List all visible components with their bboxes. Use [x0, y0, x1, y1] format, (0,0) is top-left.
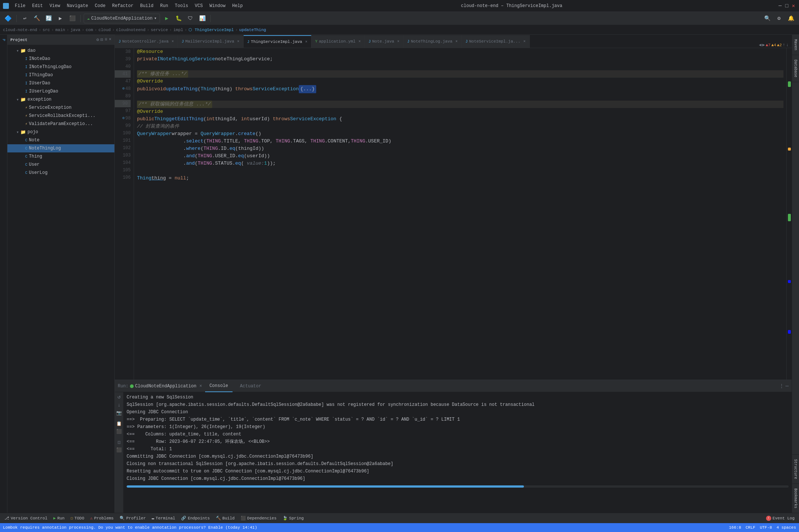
tree-item-iuserlogdao[interactable]: I IUserLogDao: [7, 87, 114, 95]
maven-panel-label[interactable]: Maven: [792, 35, 799, 55]
maximize-button[interactable]: □: [784, 3, 789, 9]
tree-item-dao[interactable]: ▾ 📁 dao: [7, 47, 114, 55]
version-control-button[interactable]: ⎇ Version Control: [1, 513, 50, 523]
breadcrumb-project[interactable]: cloud-note-end: [3, 28, 37, 32]
breadcrumb-com[interactable]: com: [86, 28, 93, 32]
structure-panel-label[interactable]: Structure: [792, 454, 799, 484]
menu-navigate[interactable]: Navigate: [64, 3, 91, 9]
update-button[interactable]: 🔄: [43, 13, 54, 24]
minimap-scrollbar[interactable]: [786, 48, 792, 380]
menu-tools[interactable]: Tools: [172, 3, 191, 9]
console-screenshot-icon[interactable]: 📷: [116, 410, 122, 416]
settings-button[interactable]: ⚙: [774, 13, 784, 24]
code-editor[interactable]: 38 39 40 41 47 ⊙48 89 90 97 ⊙98 99 100 1…: [115, 48, 792, 380]
breadcrumb-service[interactable]: service: [151, 28, 168, 32]
tree-item-userlog[interactable]: C UserLog: [7, 169, 114, 177]
tab-note[interactable]: J Note.java ×: [365, 35, 403, 48]
tab-scroll-right[interactable]: ▶: [762, 42, 765, 48]
menu-refactor[interactable]: Refactor: [109, 3, 137, 9]
close-button[interactable]: ✕: [791, 3, 796, 9]
spring-button[interactable]: 🍃 Spring: [280, 513, 307, 523]
breadcrumb-class[interactable]: ⬡ ThingServiceImpl: [188, 27, 234, 32]
project-expand-icon[interactable]: ⊡: [100, 37, 103, 43]
console-scroll-down-icon[interactable]: ↓: [117, 402, 120, 408]
console-minimize-icon[interactable]: ─: [786, 383, 789, 389]
console-action-6[interactable]: ◫: [118, 440, 120, 445]
menu-run[interactable]: Run: [157, 3, 171, 9]
tab-applicationyml[interactable]: Y application.yml ×: [311, 35, 365, 48]
menu-build[interactable]: Build: [137, 3, 156, 9]
breadcrumb-java[interactable]: java: [70, 28, 80, 32]
tree-item-ithingdao[interactable]: I IThingDao: [7, 71, 114, 79]
menu-edit[interactable]: Edit: [29, 3, 46, 9]
notifications-button[interactable]: 🔔: [786, 13, 796, 24]
project-icon[interactable]: 🔷: [3, 13, 13, 24]
bookmarks-panel-label[interactable]: Bookmarks: [792, 484, 799, 513]
terminal-button[interactable]: ▬ Terminal: [149, 513, 178, 523]
breadcrumb-cloudnoteend[interactable]: cloudnoteend: [116, 28, 146, 32]
todo-button[interactable]: ☐ TODO: [67, 513, 87, 523]
tree-item-inotethinglogdao[interactable]: I INoteThingLogDao: [7, 63, 114, 71]
console-action-7[interactable]: ⬛: [116, 447, 122, 453]
run-toolbar-button[interactable]: ▶ Run: [50, 513, 67, 523]
revert-button[interactable]: ↩: [20, 13, 30, 24]
tab-scroll-left[interactable]: ◀: [759, 42, 762, 48]
run-debug-button[interactable]: ▶: [55, 13, 66, 24]
menu-help[interactable]: Help: [229, 3, 246, 9]
tab-noteserviceimpl-close[interactable]: ×: [524, 40, 526, 44]
tab-noteserviceimpl[interactable]: J NoteServiceImpl.ja... ×: [462, 35, 530, 48]
run-configuration[interactable]: ☁ CloudNoteEndApplication ▾: [84, 14, 160, 23]
tab-note-close[interactable]: ×: [397, 40, 400, 44]
actuator-tab[interactable]: Actuator: [235, 380, 266, 392]
project-settings-icon[interactable]: ⚙: [96, 37, 99, 43]
tab-notethinglog-close[interactable]: ×: [455, 40, 458, 44]
navigate-down[interactable]: ↓: [786, 43, 789, 48]
tab-notecontroller[interactable]: J NoteController.java ×: [115, 35, 178, 48]
database-panel-label[interactable]: Database: [792, 55, 799, 82]
tab-applicationyml-close[interactable]: ×: [358, 40, 361, 44]
close-run-icon[interactable]: ×: [199, 384, 202, 389]
debug-button[interactable]: 🐛: [173, 13, 184, 24]
stop-button[interactable]: ⬛: [67, 13, 77, 24]
project-collapse-icon[interactable]: ≡: [105, 37, 107, 43]
event-log-button[interactable]: ! Event Log: [763, 513, 798, 523]
tree-item-validateparam[interactable]: ⚡ ValidateParamExceptio...: [7, 120, 114, 128]
breadcrumb-method[interactable]: updateThing: [239, 28, 266, 32]
tree-item-notethinglog[interactable]: C NoteThingLog: [7, 144, 114, 152]
tree-item-iuserdao[interactable]: I IUserDao: [7, 79, 114, 87]
console-action-5[interactable]: ⬛: [116, 429, 122, 434]
problems-button[interactable]: ⚠ Problems: [87, 513, 117, 523]
tree-item-thing[interactable]: C Thing: [7, 152, 114, 161]
tree-item-servicerollback[interactable]: ⚡ ServiceRollbackExcepti...: [7, 112, 114, 120]
console-restart-icon[interactable]: ↺: [117, 394, 120, 400]
endpoints-button[interactable]: 🔗 Endpoints: [178, 513, 213, 523]
menu-code[interactable]: Code: [92, 3, 108, 9]
dependencies-button[interactable]: ⬛ Dependencies: [238, 513, 280, 523]
menu-view[interactable]: View: [47, 3, 63, 9]
console-settings-icon[interactable]: ⋮: [779, 383, 784, 389]
breadcrumb-impl[interactable]: impl: [173, 28, 183, 32]
menu-window[interactable]: Window: [207, 3, 228, 9]
breadcrumb-cloud[interactable]: cloud: [98, 28, 111, 32]
console-action-4[interactable]: 📋: [116, 421, 122, 427]
menu-vcs[interactable]: VCS: [192, 3, 206, 9]
tab-notethinglog[interactable]: J NoteThingLog.java ×: [404, 35, 462, 48]
profiler-button[interactable]: 🔍 Profiler: [117, 513, 149, 523]
minimize-button[interactable]: ─: [778, 3, 783, 9]
console-tab[interactable]: Console: [205, 380, 233, 392]
project-close-icon[interactable]: ×: [109, 37, 111, 43]
breadcrumb-main[interactable]: main: [55, 28, 65, 32]
run-button[interactable]: ▶: [161, 13, 172, 24]
tree-item-serviceexception[interactable]: ⚡ ServiceException: [7, 104, 114, 112]
tree-item-pojo[interactable]: ▾ 📁 pojo: [7, 128, 114, 136]
breadcrumb-src[interactable]: src: [43, 28, 50, 32]
build-toolbar-button[interactable]: 🔨 Build: [213, 513, 238, 523]
tab-notecontroller-close[interactable]: ×: [171, 40, 174, 44]
code-content[interactable]: @Resource private INoteThingLogService n…: [134, 48, 786, 380]
tree-item-inotedao[interactable]: I INoteDao: [7, 55, 114, 63]
coverage-button[interactable]: 🛡: [185, 13, 195, 24]
tab-thingserviceimpl-close[interactable]: ×: [305, 40, 307, 44]
navigate-up[interactable]: ↑: [783, 43, 785, 48]
tree-item-exception[interactable]: ▾ 📁 exception: [7, 95, 114, 104]
tree-item-note[interactable]: C Note: [7, 136, 114, 144]
